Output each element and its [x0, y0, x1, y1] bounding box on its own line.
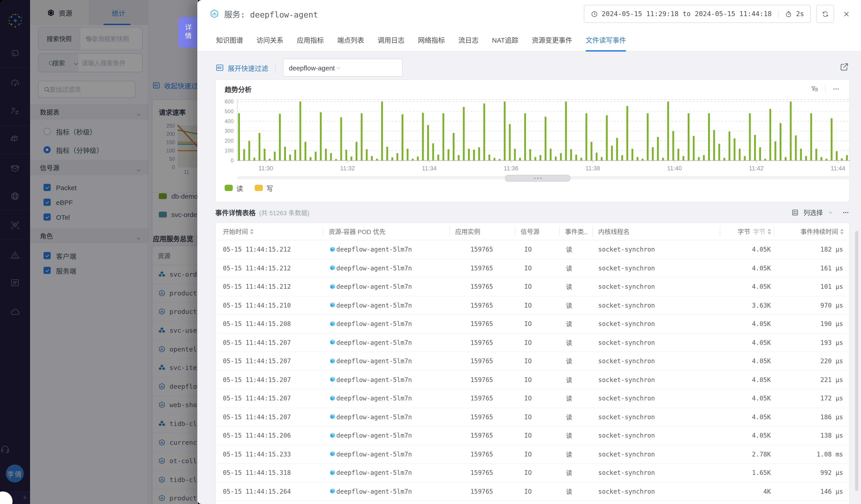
event-row[interactable]: 05-15 11:44:15.212deepflow-agent-5lm7n15…: [218, 277, 848, 296]
start-time: 05-15 11:44:15.318: [218, 469, 323, 476]
pod-cell[interactable]: deepflow-agent-5lm7n: [323, 395, 450, 402]
pod-cell[interactable]: deepflow-agent-5lm7n: [323, 302, 450, 309]
more-options-icon[interactable]: [832, 84, 840, 93]
pod-cell[interactable]: deepflow-agent-5lm7n: [323, 339, 450, 346]
column-header-8[interactable]: 事件持续时间: [775, 227, 847, 236]
pod-cell[interactable]: deepflow-agent-5lm7n: [323, 450, 450, 458]
sort-icon[interactable]: [767, 229, 771, 234]
column-header-7[interactable]: 字节字节: [720, 227, 775, 236]
close-drawer-button[interactable]: [839, 7, 853, 21]
column-header-5[interactable]: 事件类..: [560, 227, 593, 236]
bytes: 4.05K: [720, 246, 775, 253]
drawer-tab-文件读写事件[interactable]: 文件读写事件: [586, 28, 626, 51]
pod-cell[interactable]: deepflow-agent-5lm7n: [323, 376, 450, 384]
duration: 146 µs: [775, 488, 847, 495]
duration: 193 µs: [775, 339, 847, 346]
drawer-tab-访问关系[interactable]: 访问关系: [257, 28, 284, 51]
more-options-icon[interactable]: [842, 208, 850, 216]
pod-cell[interactable]: deepflow-agent-5lm7n: [323, 246, 450, 253]
svg-text:11:40: 11:40: [667, 165, 682, 172]
event-row[interactable]: 05-15 11:44:15.207deepflow-agent-5lm7n15…: [218, 370, 848, 389]
chart-zoom-slider: [237, 175, 850, 180]
scrollbar[interactable]: [855, 176, 858, 501]
zoom-thumb[interactable]: [505, 175, 571, 181]
legend-item-写[interactable]: 写: [255, 183, 273, 193]
expand-quick-filter-link[interactable]: 展开快速过滤: [215, 63, 268, 72]
modal-mask[interactable]: [0, 0, 197, 504]
event-row[interactable]: 05-15 11:44:15.264deepflow-agent-5lm7n15…: [218, 482, 848, 501]
svg-text:300: 300: [225, 128, 234, 134]
pod-cell[interactable]: deepflow-agent-5lm7n: [323, 320, 450, 328]
event-type: 读: [560, 431, 593, 440]
column-header-2[interactable]: 资源-容器 POD 优先: [323, 227, 450, 236]
event-row[interactable]: 05-15 11:44:15.318deepflow-agent-5lm7n15…: [218, 463, 848, 482]
pod-cell[interactable]: deepflow-agent-5lm7n: [323, 264, 450, 272]
pod-cell[interactable]: deepflow-agent-5lm7n: [323, 283, 450, 290]
pod-cube-icon: [329, 376, 336, 384]
pod-cell[interactable]: deepflow-agent-5lm7n: [323, 432, 450, 439]
pod-select[interactable]: deepflow-agent: [283, 59, 403, 77]
refresh-interval-select[interactable]: 2s: [778, 10, 810, 18]
event-row[interactable]: 05-15 11:44:15.212deepflow-agent-5lm7n15…: [218, 240, 848, 259]
signal-source: IO: [515, 264, 560, 272]
kernel-thread: socket-synchron: [593, 321, 720, 328]
column-select-button[interactable]: 列选择: [803, 208, 823, 217]
event-row[interactable]: 05-15 11:44:15.212deepflow-agent-5lm7n15…: [218, 501, 848, 504]
drawer-tab-调用日志[interactable]: 调用日志: [378, 28, 405, 51]
sort-icon[interactable]: [840, 229, 844, 234]
pod-cell[interactable]: deepflow-agent-5lm7n: [323, 413, 450, 421]
pod-cell[interactable]: deepflow-agent-5lm7n: [323, 488, 450, 495]
event-type: 读: [560, 357, 593, 366]
column-header-6[interactable]: 内核线程名: [593, 227, 720, 236]
kernel-thread: socket-synchron: [593, 469, 720, 476]
drawer-tab-网络指标[interactable]: 网络指标: [418, 28, 445, 51]
event-row[interactable]: 05-15 11:44:15.212deepflow-agent-5lm7n15…: [218, 259, 848, 277]
event-row[interactable]: 05-15 11:44:15.208deepflow-agent-5lm7n15…: [218, 314, 848, 333]
start-time: 05-15 11:44:15.207: [218, 339, 323, 346]
event-type: 读: [560, 394, 593, 403]
start-time: 05-15 11:44:15.207: [218, 376, 323, 383]
pod-cube-icon: [329, 357, 336, 365]
drawer-tab-流日志[interactable]: 流日志: [458, 28, 478, 51]
drawer-tab-端点列表[interactable]: 端点列表: [337, 28, 364, 51]
event-row[interactable]: 05-15 11:44:15.207deepflow-agent-5lm7n15…: [218, 333, 848, 352]
svg-text:11:38: 11:38: [585, 165, 600, 172]
drawer-tab-应用指标[interactable]: 应用指标: [297, 28, 324, 51]
column-header-1[interactable]: 开始时间: [218, 227, 323, 236]
sort-icon[interactable]: [250, 229, 254, 234]
column-header-4[interactable]: 信号源: [515, 227, 560, 236]
drawer-handle-details[interactable]: 详情: [178, 17, 197, 47]
event-row[interactable]: 05-15 11:44:15.207deepflow-agent-5lm7n15…: [218, 407, 848, 426]
legend-item-读[interactable]: 读: [225, 183, 243, 193]
time-range-picker[interactable]: 2024-05-15 11:29:18 to 2024-05-15 11:44:…: [584, 5, 811, 23]
bytes: 4.05K: [720, 376, 775, 383]
refresh-button[interactable]: [816, 5, 834, 23]
legend-swatch: [255, 185, 263, 191]
duration: 161 µs: [775, 264, 847, 272]
open-in-new-icon[interactable]: [839, 62, 850, 72]
signal-source: IO: [515, 488, 560, 495]
svg-text:200: 200: [225, 138, 234, 144]
event-row[interactable]: 05-15 11:44:15.206deepflow-agent-5lm7n15…: [218, 426, 848, 445]
drawer-tab-NAT追踪[interactable]: NAT追踪: [492, 28, 518, 51]
event-row[interactable]: 05-15 11:44:15.233deepflow-agent-5lm7n15…: [218, 445, 848, 463]
svg-text:500: 500: [225, 108, 234, 114]
event-row[interactable]: 05-15 11:44:15.210deepflow-agent-5lm7n15…: [218, 296, 848, 314]
scrollbar-thumb[interactable]: [855, 231, 858, 491]
signal-source: IO: [515, 321, 560, 328]
column-header-3[interactable]: 应用实例: [450, 227, 515, 236]
divider: [825, 85, 825, 93]
clock-icon: [590, 10, 598, 18]
app-instance: 159765: [450, 246, 515, 253]
event-row[interactable]: 05-15 11:44:15.207deepflow-agent-5lm7n15…: [218, 389, 848, 407]
drawer-tab-资源变更事件[interactable]: 资源变更事件: [532, 28, 572, 51]
bytes: 4.05K: [720, 264, 775, 272]
svg-text:11:34: 11:34: [422, 165, 437, 172]
bytes: 4.05K: [720, 321, 775, 328]
drawer-tab-知识图谱[interactable]: 知识图谱: [216, 28, 243, 51]
pod-cell[interactable]: deepflow-agent-5lm7n: [323, 357, 450, 365]
event-row[interactable]: 05-15 11:44:15.207deepflow-agent-5lm7n15…: [218, 352, 848, 370]
filter-schedule-icon[interactable]: [810, 84, 819, 93]
pod-cell[interactable]: deepflow-agent-5lm7n: [323, 469, 450, 477]
kernel-thread: socket-synchron: [593, 395, 720, 402]
